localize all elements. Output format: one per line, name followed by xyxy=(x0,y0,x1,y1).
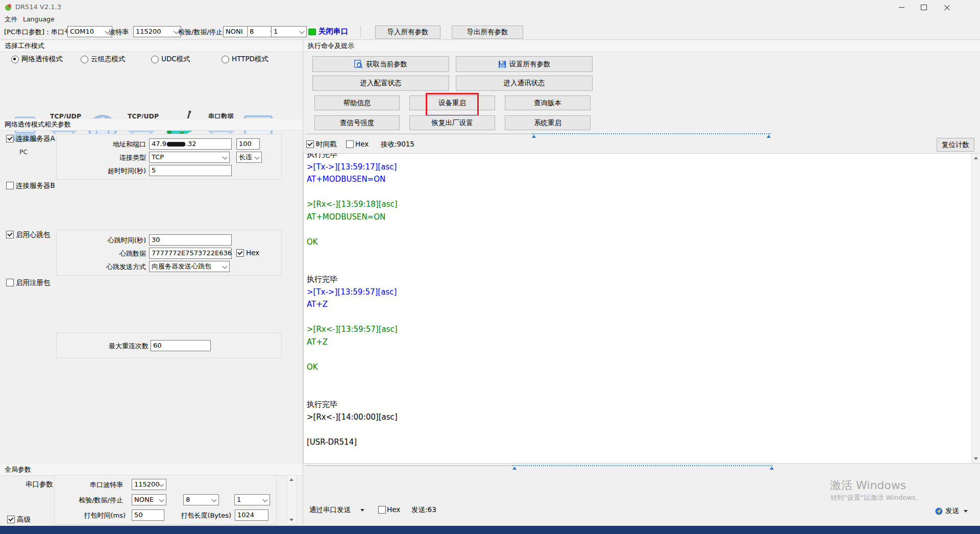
radio-udc-mode[interactable] xyxy=(151,56,159,63)
factory-reset-button[interactable]: 恢复出厂设置 xyxy=(409,115,495,130)
reconnect-input[interactable]: 60 xyxy=(151,340,211,351)
set-params-button[interactable]: 设置所有参数 xyxy=(456,56,593,72)
chevron-down-icon xyxy=(300,29,305,34)
chevron-down-icon[interactable] xyxy=(360,509,364,512)
trackbar-groove[interactable] xyxy=(305,134,532,135)
server-port-input[interactable]: 100 xyxy=(236,138,260,150)
global-baud-select[interactable]: 115200 xyxy=(132,479,166,490)
chevron-down-icon xyxy=(255,155,260,160)
trackbar-thumb-icon[interactable] xyxy=(770,467,774,470)
close-serial-button[interactable]: 关闭串口 xyxy=(318,27,348,36)
scroll-up-icon[interactable] xyxy=(974,157,978,159)
heartbeat-time-input[interactable]: 30 xyxy=(149,234,232,246)
chevron-down-icon xyxy=(223,264,228,269)
radio-httpd-mode[interactable] xyxy=(222,56,229,63)
minimize-button[interactable] xyxy=(890,0,913,14)
conn-type-select[interactable]: TCP xyxy=(149,152,230,163)
log-line xyxy=(307,223,398,236)
app-logo-icon xyxy=(4,3,12,11)
radio-net-passthrough[interactable] xyxy=(11,56,19,63)
log-line xyxy=(307,373,398,386)
log-line xyxy=(307,348,398,361)
scroll-down-icon[interactable] xyxy=(289,519,293,521)
system-reboot-button[interactable]: 系统重启 xyxy=(505,115,591,130)
packlen-input[interactable]: 1024 xyxy=(235,509,268,521)
trackbar-thumb-icon[interactable] xyxy=(767,135,771,138)
log-hex-label: Hex xyxy=(355,140,369,148)
trackbar-groove[interactable] xyxy=(305,466,512,467)
serverB-checkbox[interactable] xyxy=(6,182,14,189)
global-databits-select[interactable]: 8 xyxy=(183,494,219,505)
packtime-input[interactable]: 50 xyxy=(132,509,164,521)
log-line: 执行完毕 xyxy=(307,398,398,411)
chevron-down-icon xyxy=(263,497,268,502)
timestamp-checkbox[interactable] xyxy=(306,140,314,148)
log-scrollbar[interactable] xyxy=(971,154,980,463)
trackbar-thumb-icon[interactable] xyxy=(532,135,536,138)
trackbar-ticks[interactable] xyxy=(532,133,771,134)
log-line xyxy=(307,423,398,436)
heartbeat-hex-label: Hex xyxy=(246,249,259,257)
log-line xyxy=(307,248,398,261)
stopbits-select[interactable]: 1 xyxy=(271,26,307,37)
heartbeat-data-input[interactable]: 7777772E7573722E636E xyxy=(149,248,232,259)
close-button[interactable] xyxy=(936,0,958,14)
baud-select[interactable]: 115200 xyxy=(133,26,181,37)
recv-counter: 接收:9015 xyxy=(381,140,414,149)
conn-mode-select[interactable]: 长连 xyxy=(236,152,262,163)
chevron-down-icon xyxy=(212,497,217,502)
left-panel: 选择工作模式 网络透传模式 云组态模式 UDC模式 HTTPD模式 PC TCP… xyxy=(0,40,303,525)
packtime-label: 打包时间(ms) xyxy=(84,511,126,520)
query-version-button[interactable]: 查询版本 xyxy=(505,95,591,110)
chevron-down-icon[interactable] xyxy=(964,510,968,513)
send-button[interactable]: 发送 xyxy=(945,506,959,516)
reset-counter-button[interactable]: 复位计数 xyxy=(937,138,974,152)
get-params-button[interactable]: 获取当前参数 xyxy=(312,56,449,72)
taskbar-strip xyxy=(0,526,980,534)
enter-comm-button[interactable]: 进入通讯状态 xyxy=(456,76,593,91)
log-lines: 执行完毕>[Tx->][13:59:17][asc]AT+MODBUSEN=ON… xyxy=(307,153,398,448)
log-hex-checkbox[interactable] xyxy=(346,140,354,148)
help-info-button[interactable]: 帮助信息 xyxy=(314,95,400,110)
log-area[interactable]: 执行完毕>[Tx->][13:59:17][asc]AT+MODBUSEN=ON… xyxy=(303,153,980,464)
addr-port-label: 地址和端口 xyxy=(113,140,146,149)
radio-cloud-config[interactable] xyxy=(81,56,88,63)
global-parity-select[interactable]: NONE xyxy=(132,494,166,505)
menu-file[interactable]: 文件 xyxy=(5,15,17,24)
heartbeat-hex-checkbox[interactable] xyxy=(236,249,244,257)
pc-serial-label: [PC串口参数]：串口号 xyxy=(4,28,71,37)
scroll-up-icon[interactable] xyxy=(289,478,293,481)
toolbar-separator xyxy=(360,26,361,38)
send-via-serial-button[interactable]: 通过串口发送 xyxy=(309,505,351,515)
signal-strength-button[interactable]: 查信号强度 xyxy=(314,115,400,130)
send-icon xyxy=(935,507,943,515)
server-address-input[interactable]: 47.9.32 xyxy=(149,138,232,150)
com-port-select[interactable]: COM10 xyxy=(67,26,112,37)
send-hex-label: Hex xyxy=(387,505,400,514)
log-line: OK xyxy=(307,236,398,249)
trackbar-thumb-icon[interactable] xyxy=(512,467,517,470)
log-line: >[Rx<-][14:00:00][asc] xyxy=(307,411,398,424)
heartbeat-data-label: 心跳数据 xyxy=(119,249,146,258)
heartbeat-groupbox: 心跳时间(秒) 30 心跳数据 7777772E7573722E636E Hex… xyxy=(56,230,282,276)
scroll-down-icon[interactable] xyxy=(974,457,978,460)
global-stopbits-select[interactable]: 1 xyxy=(234,494,270,505)
log-line: AT+MODBUSEN=ON xyxy=(307,173,398,186)
maximize-button[interactable] xyxy=(913,0,935,14)
left-scrollbar[interactable] xyxy=(287,475,297,525)
export-params-button[interactable]: 导出所有参数 xyxy=(452,26,523,39)
timeout-input[interactable]: 5 xyxy=(149,165,232,176)
passthrough-params-header: 网络透传模式相关参数 xyxy=(0,118,303,131)
heartbeat-mode-label: 心跳发送方式 xyxy=(106,262,146,272)
radio-cloud-config-label: 云组态模式 xyxy=(91,55,126,64)
serverA-checkbox[interactable] xyxy=(6,135,14,142)
heartbeat-checkbox[interactable] xyxy=(6,231,14,238)
advanced-checkbox[interactable] xyxy=(7,516,15,523)
menu-language[interactable]: Language xyxy=(23,15,55,23)
enter-config-button[interactable]: 进入配置状态 xyxy=(312,76,449,91)
import-params-button[interactable]: 导入所有参数 xyxy=(375,26,440,39)
trackbar-ticks[interactable] xyxy=(512,465,773,466)
register-checkbox[interactable] xyxy=(6,279,14,286)
send-hex-checkbox[interactable] xyxy=(378,506,386,514)
heartbeat-mode-select[interactable]: 向服务器发送心跳包 xyxy=(149,261,230,272)
